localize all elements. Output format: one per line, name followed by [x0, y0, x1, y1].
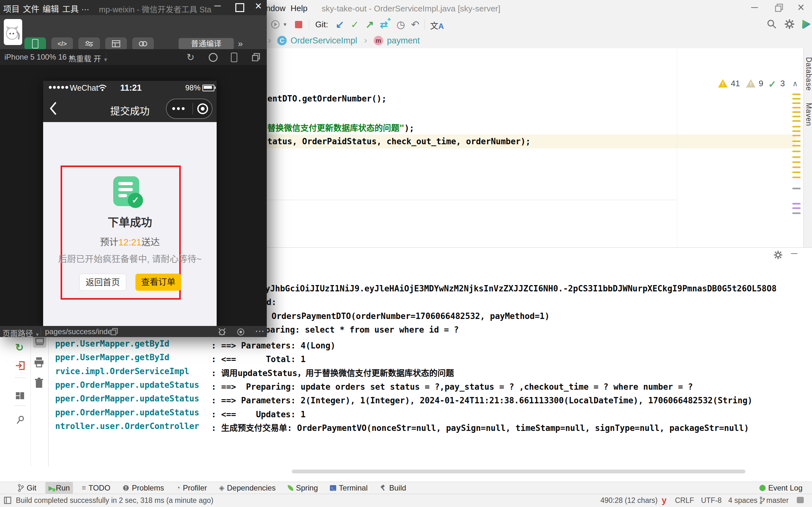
- print-icon[interactable]: [34, 357, 44, 369]
- devtools-toolbar: 模拟器 </> 编辑器 调试器 可视化 云开发 普通编译 »: [0, 15, 267, 49]
- breadcrumb-class[interactable]: OrderServiceImpl: [290, 36, 357, 46]
- vconsole-bug-icon[interactable]: [218, 327, 226, 337]
- rollback-icon[interactable]: ↶: [411, 19, 419, 31]
- cloud-dev-button[interactable]: [132, 38, 154, 50]
- log-message: : <== Updates: 1: [211, 410, 306, 419]
- exit-icon[interactable]: [15, 360, 25, 372]
- yourkit-icon[interactable]: y: [662, 495, 667, 505]
- clear-console-icon[interactable]: [34, 378, 44, 390]
- simulator-button[interactable]: [24, 38, 46, 50]
- copy-path-icon[interactable]: [110, 328, 118, 337]
- menu-file[interactable]: 文件: [23, 3, 39, 14]
- git-push-icon[interactable]: ↗: [365, 18, 374, 31]
- tab-todo[interactable]: ≡TODO: [79, 482, 114, 494]
- run-config-dropdown-icon[interactable]: ▾: [283, 21, 286, 28]
- multi-window-icon[interactable]: [252, 53, 260, 62]
- idea-minimize-button[interactable]: ─: [751, 2, 758, 13]
- kitchen-message: 后厨已开始疯狂备餐中, 请耐心等待~: [43, 252, 217, 265]
- plugin-logo-icon[interactable]: [801, 18, 812, 31]
- indent-widget[interactable]: 4 spaces: [728, 496, 757, 505]
- tab-problems[interactable]: Problems: [119, 482, 167, 494]
- path-bar-divider: [41, 328, 41, 335]
- tab-build[interactable]: Build: [377, 482, 409, 494]
- translate-icon[interactable]: 文A: [430, 19, 444, 31]
- run-configuration-icon[interactable]: [270, 19, 280, 31]
- tab-label: Problems: [132, 484, 164, 493]
- tab-label: Git: [26, 484, 37, 493]
- tool-stripe-maven[interactable]: Maven: [804, 103, 812, 126]
- tab-run[interactable]: ▶ Run: [45, 482, 73, 494]
- editor-split-line: [267, 200, 677, 200]
- console-horizontal-scrollbar[interactable]: [292, 469, 745, 473]
- toolbar-more-button[interactable]: »: [238, 39, 243, 49]
- git-branch-widget[interactable]: master: [766, 496, 789, 505]
- refresh-icon[interactable]: ↻: [186, 52, 195, 63]
- tab-terminal[interactable]: ›_Terminal: [327, 482, 371, 494]
- git-update-icon[interactable]: ↙: [336, 18, 344, 31]
- tab-profiler[interactable]: ◔Profiler: [173, 482, 210, 494]
- branch-icon: [759, 497, 765, 505]
- visualization-button[interactable]: [105, 38, 127, 50]
- layout-icon[interactable]: [15, 391, 25, 402]
- git-sync-icon[interactable]: ⇄✦: [380, 19, 388, 30]
- event-log-button[interactable]: Event Log: [756, 482, 806, 494]
- git-commit-icon[interactable]: ✓: [351, 19, 359, 30]
- logger-name: rvice.impl.OrderServiceImpl: [55, 367, 211, 376]
- device-selector[interactable]: iPhone 5 100% 16 ▼: [4, 53, 74, 61]
- view-order-button[interactable]: 查看订单: [136, 274, 181, 291]
- rerun-icon[interactable]: ↻: [15, 341, 24, 353]
- more-options-icon[interactable]: ⋯: [255, 325, 265, 336]
- check-badge-icon: ✓: [128, 193, 143, 208]
- breadcrumb-method[interactable]: payment: [387, 36, 420, 46]
- pin-icon[interactable]: [16, 415, 25, 426]
- logger-name: pper.UserMapper.getById: [55, 339, 211, 348]
- debugger-icon: [85, 40, 94, 47]
- record-icon[interactable]: [209, 53, 218, 62]
- visualization-icon: [112, 40, 120, 47]
- order-success-title: 下单成功: [43, 213, 217, 230]
- compile-mode-dropdown[interactable]: 普通编译: [178, 38, 234, 50]
- search-icon[interactable]: [766, 19, 777, 31]
- toolwindow-switcher-icon[interactable]: [4, 497, 11, 505]
- devtools-restore-button[interactable]: [235, 3, 244, 12]
- tab-dependencies[interactable]: ◈Dependencies: [216, 482, 279, 494]
- hide-tool-window-icon[interactable]: ─: [791, 248, 797, 259]
- avatar[interactable]: [4, 19, 22, 45]
- back-home-button[interactable]: 返回首页: [79, 274, 126, 291]
- menu-tools[interactable]: 工具: [62, 3, 79, 14]
- devtools-window-title: mp-weixin - 微信开发者工具 Sta: [99, 3, 212, 14]
- menu-help[interactable]: Help: [290, 3, 307, 13]
- menu-more[interactable]: …: [81, 3, 90, 12]
- devtools-minimize-button[interactable]: ─: [214, 1, 221, 11]
- menu-window[interactable]: ndow: [266, 3, 285, 13]
- console-log-row: pper.UserMapper.getById: ==> Parameters:…: [55, 339, 335, 350]
- hot-reload-selector[interactable]: 热重载 开 ▼: [68, 53, 108, 64]
- exit-target-icon[interactable]: [197, 103, 208, 114]
- status-widget-icon[interactable]: [797, 497, 804, 503]
- device-preview-icon[interactable]: [231, 53, 237, 62]
- prev-problem-icon[interactable]: ∧: [792, 79, 798, 88]
- tool-stripe-database[interactable]: Database: [804, 57, 812, 91]
- idea-close-button[interactable]: ×: [797, 1, 804, 14]
- menu-project[interactable]: 项目: [3, 3, 20, 14]
- more-dots-icon[interactable]: [172, 107, 184, 110]
- run-settings-gear-icon[interactable]: [773, 250, 783, 261]
- tab-spring[interactable]: Spring: [284, 482, 321, 494]
- weak-warning-icon: !: [746, 79, 756, 88]
- history-icon[interactable]: ◷: [396, 19, 405, 31]
- caret-position[interactable]: 490:28 (12 chars): [600, 496, 657, 505]
- settings-gear-icon[interactable]: [784, 19, 795, 31]
- page-path-label[interactable]: 页面路径 ▼: [3, 327, 40, 338]
- menu-edit[interactable]: 编辑: [43, 3, 59, 14]
- devtools-close-button[interactable]: ×: [255, 0, 262, 13]
- tab-git[interactable]: Git: [15, 482, 40, 494]
- idea-restore-button[interactable]: [774, 3, 784, 14]
- stop-button[interactable]: [295, 21, 302, 28]
- encoding-widget[interactable]: UTF-8: [701, 496, 721, 505]
- editor-button[interactable]: </>: [51, 38, 73, 50]
- line-ending-widget[interactable]: CRLF: [675, 496, 694, 505]
- debugger-button[interactable]: [78, 38, 100, 50]
- method-icon: m: [374, 36, 383, 45]
- preview-eye-icon[interactable]: [237, 329, 244, 335]
- tab-label: Build: [389, 484, 406, 493]
